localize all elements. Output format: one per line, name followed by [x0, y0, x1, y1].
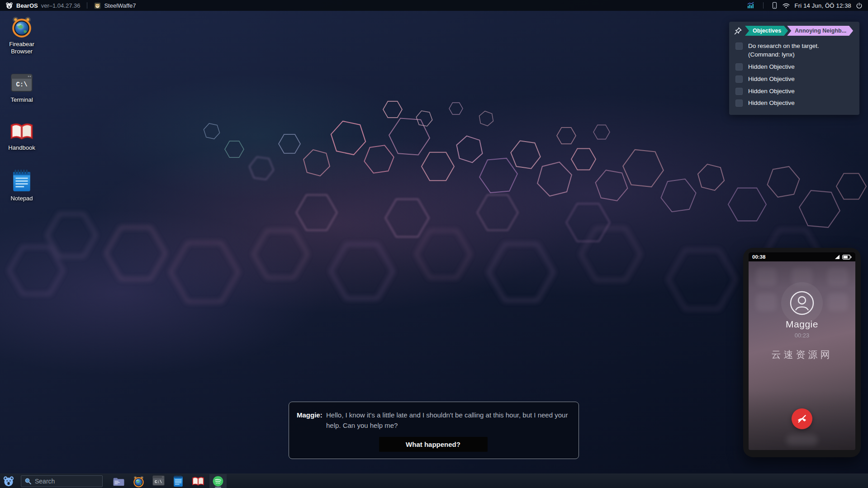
watermark-text: 云速资源网 [749, 348, 855, 361]
home-indicator-blur [786, 435, 818, 445]
objective-checkbox[interactable] [735, 63, 743, 71]
dialogue-box: Maggie: Hello, I know it's a little late… [289, 402, 579, 459]
phone-status-time: 00:38 [752, 254, 765, 260]
objective-checkbox[interactable] [735, 43, 743, 50]
desktop-icon-notepad[interactable]: Notepad [5, 170, 39, 202]
power-icon[interactable] [856, 2, 863, 9]
tab-quest-name[interactable]: Annoying Neighb... [787, 26, 853, 36]
wifi-icon[interactable] [782, 2, 790, 9]
taskbar-app-fireabear-browser[interactable] [130, 474, 147, 488]
taskbar-app-handbook[interactable] [190, 474, 207, 488]
bearos-logo-icon [5, 2, 13, 9]
tray-divider [763, 2, 764, 9]
objective-label: Do research on the target. (Command: lyn… [748, 42, 819, 59]
objective-checkbox[interactable] [735, 99, 743, 107]
person-circle-icon [789, 290, 815, 316]
pin-icon[interactable] [734, 27, 742, 35]
topbar: BearOS ver–1.04.27.36 SteelWaffe7 [0, 0, 868, 11]
phone-device-icon[interactable] [772, 2, 778, 9]
search-box [21, 475, 103, 487]
battery-icon [842, 255, 852, 260]
notepad-icon [173, 475, 183, 487]
objective-checkbox[interactable] [735, 88, 743, 95]
contact-avatar [789, 290, 815, 317]
search-input[interactable] [21, 475, 103, 487]
search-icon [24, 478, 32, 485]
phone-status-bar: 00:38 [749, 252, 855, 261]
taskbar-app-file-manager[interactable] [110, 474, 127, 488]
objective-item: Hidden Objective [734, 85, 855, 98]
fireabear-browser-icon [10, 15, 33, 38]
tab-objectives[interactable]: Objectives [745, 26, 788, 36]
dialogue-response-button[interactable]: What happened? [379, 437, 488, 452]
call-duration: 00:23 [749, 332, 855, 339]
objective-label: Hidden Objective [748, 63, 795, 71]
topbar-divider [87, 2, 87, 9]
handbook-icon [10, 122, 33, 142]
objective-checkbox[interactable] [735, 76, 743, 83]
terminal-icon: C:\ [152, 475, 165, 488]
spotify-icon [212, 475, 224, 487]
objective-item: Do research on the target. (Command: lyn… [734, 40, 855, 61]
objective-item: Hidden Objective [734, 97, 855, 109]
phone-mockup: 00:38 [743, 248, 861, 457]
desktop-icon-label: Fireabear Browser [5, 41, 39, 56]
terminal-icon: C:\ [11, 74, 33, 94]
network-activity-chart-icon[interactable] [747, 2, 755, 9]
objective-item: Hidden Objective [734, 73, 855, 85]
clock[interactable]: Fri 14 Jun, ÖÖ 12:38 [795, 2, 851, 9]
user-avatar-doge-icon [94, 2, 101, 9]
fireabear-browser-icon [133, 475, 145, 488]
desktop-icon-label: Handbook [8, 144, 35, 152]
file-manager-icon [113, 476, 125, 487]
terminal-icon-text: C:\ [11, 81, 33, 88]
taskbar-app-notepad[interactable] [170, 474, 187, 488]
terminal-icon-text: C:\ [152, 480, 165, 484]
desktop-icon-handbook[interactable]: Handbook [5, 122, 39, 152]
desktop-icon-terminal[interactable]: C:\ Terminal [5, 74, 39, 104]
hangup-button[interactable] [792, 408, 812, 429]
desktop-icon-label: Terminal [10, 96, 33, 104]
desktop-screen: BearOS ver–1.04.27.36 SteelWaffe7 [0, 0, 868, 488]
handbook-icon [192, 476, 204, 487]
objective-label: Hidden Objective [748, 75, 795, 84]
taskbar-apps: C:\ [110, 474, 227, 488]
taskbar: C:\ [0, 474, 868, 488]
contact-name: Maggie [749, 319, 855, 330]
taskbar-app-terminal[interactable]: C:\ [150, 474, 167, 488]
desktop-icon-label: Notepad [10, 195, 33, 202]
notepad-icon [12, 170, 31, 192]
signal-strength-icon [834, 254, 840, 260]
start-bear-icon [3, 476, 14, 487]
taskbar-app-spotify[interactable] [209, 474, 227, 488]
objectives-header: Objectives Annoying Neighb... [734, 26, 855, 36]
desktop-icon-fireabear-browser[interactable]: Fireabear Browser [5, 15, 39, 56]
phone-slash-icon [796, 413, 808, 425]
os-name: BearOS [16, 2, 38, 9]
username: SteelWaffe7 [104, 2, 136, 9]
phone-screen: 00:38 [749, 252, 855, 450]
objectives-panel: Objectives Annoying Neighb... Do researc… [729, 22, 859, 115]
objective-label: Hidden Objective [748, 99, 795, 108]
objective-item: Hidden Objective [734, 61, 855, 73]
dialogue-speaker: Maggie: [297, 410, 326, 431]
start-button[interactable] [0, 474, 17, 488]
os-version: ver–1.04.27.36 [41, 2, 81, 9]
dialogue-message: Hello, I know it's a little late and I s… [326, 410, 569, 431]
objective-label: Hidden Objective [748, 87, 795, 96]
